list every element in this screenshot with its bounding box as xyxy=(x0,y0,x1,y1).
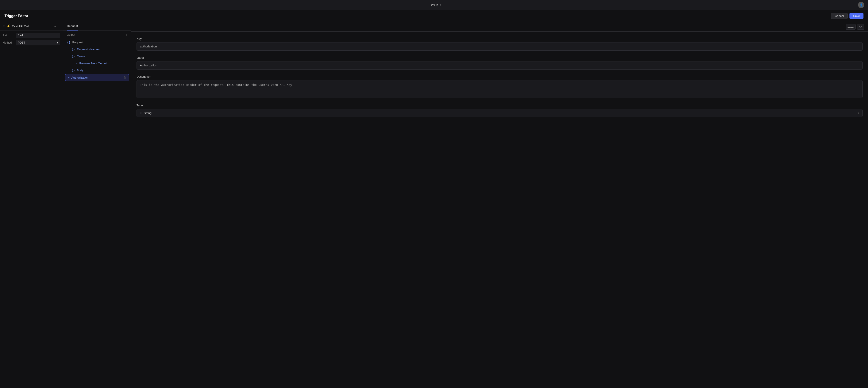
code-icon: <> xyxy=(859,25,862,28)
more-options-icon[interactable]: ··· xyxy=(58,24,60,28)
description-textarea[interactable]: This is the Authorization Header of the … xyxy=(136,80,863,98)
project-title[interactable]: BYOK ▾ xyxy=(430,3,441,7)
output-section-header: Output + xyxy=(63,31,131,39)
description-form-group: Description This is the Authorization He… xyxy=(136,75,863,98)
output-label: Output xyxy=(67,33,75,36)
label-form-group: Label xyxy=(136,56,863,70)
authorization-delete-icon[interactable]: 🗑 xyxy=(123,76,126,79)
tree-item-request[interactable]: {} Request xyxy=(63,39,131,46)
label-input[interactable] xyxy=(136,61,863,70)
request-headers-brace-icon: {} xyxy=(71,47,75,51)
tree-item-body[interactable]: {} Body 🗑 xyxy=(63,67,131,74)
cancel-button[interactable]: Cancel xyxy=(831,13,848,19)
right-panel-body: Key Label Description This is the Author… xyxy=(131,32,868,123)
tree-item-authorization[interactable]: ≡ Authorization 🗑 xyxy=(65,74,129,81)
middle-panel-body: Output + {} Request {} Request Headers 🗑… xyxy=(63,31,131,388)
path-row: Path /hello xyxy=(3,33,60,38)
panel-icon: ▬▬ xyxy=(848,25,854,28)
path-input[interactable]: /hello xyxy=(16,33,60,38)
left-panel-body: Path /hello Method POST ▾ xyxy=(0,31,63,47)
method-value: POST xyxy=(18,41,25,44)
user-avatar-area: 👤 xyxy=(858,2,864,8)
add-output-icon[interactable]: + xyxy=(125,33,127,37)
link-icon[interactable]: ⌁ xyxy=(54,24,56,28)
request-brace-icon: {} xyxy=(67,41,70,44)
right-panel-toolbar: ▬▬ <> xyxy=(131,22,868,32)
tabs: Request xyxy=(63,22,131,31)
label-label: Label xyxy=(136,56,863,59)
query-brace-icon: {} xyxy=(71,55,75,58)
type-form-group: Type ≡ String ▾ xyxy=(136,104,863,117)
method-chevron-icon: ▾ xyxy=(57,41,58,44)
left-panel-icons: ⌁ ··· xyxy=(54,24,60,28)
type-select[interactable]: ≡ String ▾ xyxy=(136,109,863,117)
avatar[interactable]: 👤 xyxy=(858,2,864,8)
project-chevron-icon: ▾ xyxy=(440,4,441,6)
tree-item-request-headers-label: Request Headers xyxy=(77,47,123,51)
header-actions: Cancel Save xyxy=(831,13,864,19)
tree-item-query[interactable]: {} Query 🗑 xyxy=(63,53,131,60)
main-layout: ▼ ⚡ Rest API Call ⌁ ··· Path /hello Meth… xyxy=(0,22,868,388)
path-label: Path xyxy=(3,34,14,37)
tab-request-label: Request xyxy=(67,24,78,28)
tree-item-rename-new-output[interactable]: ≡ Rename New Output 🗑 xyxy=(63,60,131,67)
middle-panel: Request Output + {} Request {} Request H… xyxy=(63,22,131,388)
tab-request[interactable]: Request xyxy=(67,22,78,31)
body-brace-icon: {} xyxy=(71,69,75,72)
collapse-icon[interactable]: ▼ xyxy=(3,25,5,28)
left-panel-title: Rest API Call xyxy=(12,25,53,28)
tree-item-body-label: Body xyxy=(77,69,123,72)
rename-output-equals-icon: ≡ xyxy=(76,62,78,65)
authorization-equals-icon: ≡ xyxy=(68,76,70,79)
left-panel-header: ▼ ⚡ Rest API Call ⌁ ··· xyxy=(0,22,63,31)
project-name: BYOK xyxy=(430,3,438,7)
header: Trigger Editor Cancel Save xyxy=(0,10,868,22)
left-panel: ▼ ⚡ Rest API Call ⌁ ··· Path /hello Meth… xyxy=(0,22,63,388)
tree-item-request-label: Request xyxy=(72,41,127,44)
method-select[interactable]: POST ▾ xyxy=(16,40,60,45)
method-row: Method POST ▾ xyxy=(3,40,60,45)
key-input[interactable] xyxy=(136,42,863,51)
type-label: Type xyxy=(136,104,863,107)
type-select-icon: ≡ xyxy=(140,111,142,115)
description-label: Description xyxy=(136,75,863,78)
key-label: Key xyxy=(136,37,863,40)
bolt-icon: ⚡ xyxy=(6,24,10,28)
key-form-group: Key xyxy=(136,37,863,51)
page-title: Trigger Editor xyxy=(4,14,28,18)
type-select-value: String xyxy=(144,111,855,115)
code-view-button[interactable]: <> xyxy=(857,24,864,30)
panel-view-button[interactable]: ▬▬ xyxy=(846,24,856,30)
tree-item-request-headers[interactable]: {} Request Headers 🗑 xyxy=(63,46,131,53)
tree-item-rename-new-output-label: Rename New Output xyxy=(79,62,123,65)
type-select-chevron-icon: ▾ xyxy=(858,111,859,115)
tree-item-authorization-label: Authorization xyxy=(71,76,121,79)
tree-item-query-label: Query xyxy=(77,55,123,58)
method-label: Method xyxy=(3,41,14,44)
right-panel: ▬▬ <> Key Label Description This is the … xyxy=(131,22,868,388)
save-button[interactable]: Save xyxy=(849,13,864,19)
top-bar: BYOK ▾ 👤 xyxy=(0,0,868,10)
